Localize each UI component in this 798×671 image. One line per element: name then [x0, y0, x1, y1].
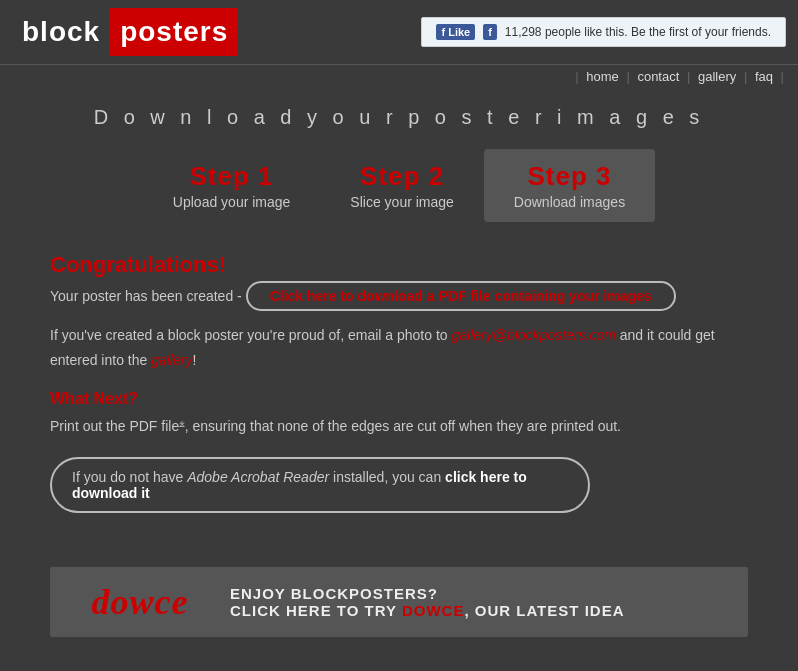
acrobat-italic: Adobe Acrobat Reader [187, 469, 329, 485]
logo[interactable]: block posters [12, 8, 238, 56]
banner-text: ENJOY BLOCKPOSTERS? CLICK HERE TO TRY DO… [230, 585, 624, 619]
acrobat-box: If you do not have Adobe Acrobat Reader … [50, 457, 590, 513]
congrats-line1: Your poster has been created - Click her… [50, 284, 748, 309]
logo-posters-text: posters [110, 8, 238, 56]
step-2-num: Step 2 [350, 161, 454, 192]
fb-icon-like[interactable]: f Like [436, 24, 475, 40]
step-3-label: Download images [514, 194, 625, 210]
banner-line2-brand: DOWCE [402, 602, 465, 619]
bottom-banner[interactable]: dowce ENJOY BLOCKPOSTERS? CLICK HERE TO … [50, 567, 748, 637]
print-text-1: Print out the PDF file [50, 418, 179, 434]
congrats-line1-prefix: Your poster has been created - [50, 288, 246, 304]
banner-line2: CLICK HERE TO TRY DOWCE, OUR LATEST IDEA [230, 602, 624, 619]
step-3-num: Step 3 [514, 161, 625, 192]
nav-separator-1: | [626, 69, 629, 84]
banner-line2-suffix: , OUR LATEST IDEA [464, 602, 624, 619]
congrats-title: Congratulations! [50, 252, 748, 278]
like-count-text: 11,298 people like this. Be the first of… [505, 25, 771, 39]
step-1-box: Step 1 Upload your image [143, 149, 321, 222]
nav-separator-2: | [687, 69, 690, 84]
nav-separator-0: | [575, 69, 578, 84]
logo-block-text: block [12, 8, 110, 56]
main-content: Congratulations! Your poster has been cr… [0, 242, 798, 567]
pdf-download-link[interactable]: Click here to download a PDF file contai… [270, 288, 652, 304]
nav-separator-3: | [744, 69, 747, 84]
facebook-like-box: f Like f 11,298 people like this. Be the… [421, 17, 786, 47]
what-next-title: What Next? [50, 390, 748, 408]
nav-gallery[interactable]: gallery [698, 69, 736, 84]
nav-home[interactable]: home [586, 69, 619, 84]
step-2-box: Step 2 Slice your image [320, 149, 484, 222]
nav-faq[interactable]: faq [755, 69, 773, 84]
step-2-label: Slice your image [350, 194, 454, 210]
gallery-email-link[interactable]: gallery@blockposters.com [451, 327, 615, 343]
step-1-label: Upload your image [173, 194, 291, 210]
acrobat-text-2: installed, you can [329, 469, 445, 485]
header: block posters f Like f 11,298 people lik… [0, 0, 798, 64]
nav-separator-4: | [781, 69, 784, 84]
acrobat-text-1: If you do not have [72, 469, 187, 485]
navigation: | home | contact | gallery | faq | [0, 64, 798, 88]
banner-line2-prefix: CLICK HERE TO TRY [230, 602, 402, 619]
banner-line1: ENJOY BLOCKPOSTERS? [230, 585, 624, 602]
line2-end: ! [192, 352, 196, 368]
print-text: Print out the PDF file*, ensuring that n… [50, 416, 748, 437]
dowce-logo: dowce [70, 581, 210, 623]
nav-contact[interactable]: contact [637, 69, 679, 84]
step-3-box: Step 3 Download images [484, 149, 655, 222]
gallery-page-link[interactable]: gallery [151, 352, 192, 368]
page-title: D o w n l o a d y o u r p o s t e r i m … [0, 88, 798, 139]
steps-container: Step 1 Upload your image Step 2 Slice yo… [0, 139, 798, 242]
fb-icon-count: f [483, 24, 497, 40]
congrats-line2: If you've created a block poster you're … [50, 323, 748, 373]
step-1-num: Step 1 [173, 161, 291, 192]
print-text-2: , ensuring that none of the edges are cu… [185, 418, 621, 434]
line2-prefix: If you've created a block poster you're … [50, 327, 451, 343]
